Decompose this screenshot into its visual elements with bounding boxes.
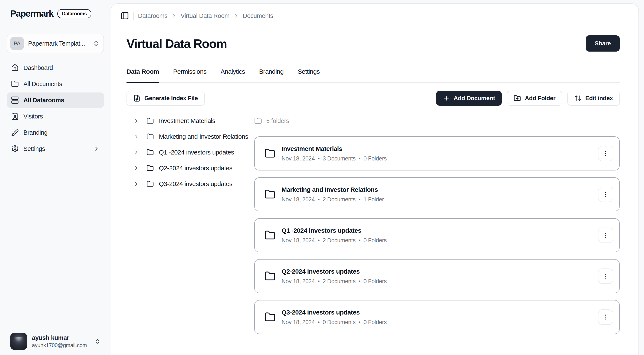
folder-card-q2-2024[interactable]: Q2-2024 investors updates Nov 18, 2024 •… bbox=[254, 259, 620, 293]
plus-icon bbox=[443, 95, 450, 102]
bullet-separator: • bbox=[318, 319, 320, 325]
folder-card-texts: Q2-2024 investors updates Nov 18, 2024 •… bbox=[282, 268, 598, 285]
team-selector[interactable]: PA Papermark Templat... bbox=[7, 34, 104, 53]
folder-card-list: Investment Materials Nov 18, 2024 • 3 Do… bbox=[254, 136, 620, 334]
folders-panel: 5 folders Investment Materials Nov 18, 2… bbox=[254, 113, 620, 334]
kebab-menu-icon bbox=[602, 232, 609, 239]
folder-documents-count: 2 Documents bbox=[323, 237, 356, 244]
folder-icon bbox=[11, 80, 19, 88]
sidebar-item-label: All Documents bbox=[24, 81, 62, 88]
chevron-right-icon bbox=[234, 13, 239, 19]
folder-card-menu-button[interactable] bbox=[598, 228, 613, 243]
edit-index-button[interactable]: Edit index bbox=[567, 91, 620, 106]
breadcrumb-item-datarooms[interactable]: Datarooms bbox=[138, 12, 168, 20]
sidebar-item-all-datarooms[interactable]: All Datarooms bbox=[7, 93, 104, 108]
folder-folders-count: 0 Folders bbox=[364, 237, 387, 244]
folder-card-meta: Nov 18, 2024 • 2 Documents • 0 Folders bbox=[282, 278, 598, 285]
kebab-menu-icon bbox=[602, 150, 609, 157]
content-grid: Investment Materials Marketing and Inves… bbox=[126, 113, 620, 334]
chevron-right-icon[interactable] bbox=[133, 181, 139, 187]
tab-analytics[interactable]: Analytics bbox=[221, 67, 245, 83]
page-header: Virtual Data Room Share bbox=[126, 35, 620, 52]
kebab-menu-icon bbox=[602, 191, 609, 198]
bullet-separator: • bbox=[318, 196, 320, 203]
folder-card-title[interactable]: Marketing and Investor Relations bbox=[282, 186, 598, 193]
server-icon bbox=[11, 96, 19, 104]
chevron-right-icon[interactable] bbox=[133, 118, 139, 124]
add-folder-button[interactable]: Add Folder bbox=[507, 91, 562, 106]
folder-documents-count: 2 Documents bbox=[323, 196, 356, 203]
folder-card-meta: Nov 18, 2024 • 0 Documents • 0 Folders bbox=[282, 319, 598, 325]
bullet-separator: • bbox=[318, 237, 320, 244]
breadcrumb-item-virtual-data-room[interactable]: Virtual Data Room bbox=[180, 12, 230, 20]
bullet-separator: • bbox=[318, 278, 320, 285]
folder-card-title[interactable]: Q2-2024 investors updates bbox=[282, 268, 598, 275]
folder-icon bbox=[264, 311, 276, 323]
sidebar-item-settings[interactable]: Settings bbox=[7, 141, 104, 156]
bullet-separator: • bbox=[359, 319, 360, 325]
add-document-label: Add Document bbox=[454, 95, 495, 102]
folder-date: Nov 18, 2024 bbox=[282, 237, 315, 244]
sidebar-item-dashboard[interactable]: Dashboard bbox=[7, 60, 104, 76]
chevron-right-icon[interactable] bbox=[133, 134, 139, 140]
tab-permissions[interactable]: Permissions bbox=[173, 67, 206, 83]
breadcrumb: Datarooms Virtual Data Room Documents bbox=[138, 12, 273, 20]
sidebar-item-all-documents[interactable]: All Documents bbox=[7, 76, 104, 92]
sidebar-item-label: Dashboard bbox=[24, 64, 53, 71]
tree-item-label: Q2-2024 investors updates bbox=[159, 165, 232, 172]
arrow-up-down-icon bbox=[574, 95, 582, 102]
tab-data-room[interactable]: Data Room bbox=[126, 67, 159, 83]
tree-item-marketing-investor-relations[interactable]: Marketing and Investor Relations bbox=[126, 129, 254, 144]
folder-card-menu-button[interactable] bbox=[598, 187, 613, 202]
folder-card-marketing-investor-relations[interactable]: Marketing and Investor Relations Nov 18,… bbox=[254, 177, 620, 211]
breadcrumb-item-documents: Documents bbox=[243, 12, 273, 20]
folder-card-investment-materials[interactable]: Investment Materials Nov 18, 2024 • 3 Do… bbox=[254, 136, 620, 170]
team-avatar: PA bbox=[10, 37, 24, 50]
chevrons-up-down-icon bbox=[94, 338, 100, 344]
folder-card-q3-2024[interactable]: Q3-2024 investors updates Nov 18, 2024 •… bbox=[254, 300, 620, 334]
datarooms-badge: Datarooms bbox=[57, 9, 92, 18]
folder-card-menu-button[interactable] bbox=[598, 268, 613, 284]
user-menu[interactable]: ayush kumar ayuhk1700@gmail.com bbox=[7, 333, 104, 350]
tree-item-label: Marketing and Investor Relations bbox=[159, 133, 248, 140]
folder-card-menu-button[interactable] bbox=[598, 309, 613, 325]
folder-card-title[interactable]: Q1 -2024 investors updates bbox=[282, 227, 598, 234]
folder-documents-count: 2 Documents bbox=[323, 278, 356, 285]
folder-card-menu-button[interactable] bbox=[598, 146, 613, 161]
content: Virtual Data Room Share Data Room Permis… bbox=[111, 35, 638, 334]
add-document-button[interactable]: Add Document bbox=[436, 91, 502, 106]
contact-icon bbox=[11, 113, 19, 120]
tree-item-q3-2024[interactable]: Q3-2024 investors updates bbox=[126, 176, 254, 192]
folder-card-meta: Nov 18, 2024 • 3 Documents • 0 Folders bbox=[282, 155, 598, 162]
tree-item-q2-2024[interactable]: Q2-2024 investors updates bbox=[126, 160, 254, 176]
folder-card-title[interactable]: Q3-2024 investors updates bbox=[282, 309, 598, 316]
chevron-right-icon[interactable] bbox=[133, 149, 139, 155]
bullet-separator: • bbox=[359, 237, 360, 244]
sidebar-item-branding[interactable]: Branding bbox=[7, 125, 104, 140]
sidebar-toggle-icon[interactable] bbox=[120, 12, 129, 20]
folder-card-title[interactable]: Investment Materials bbox=[282, 145, 598, 152]
toolbar: Generate Index File Add Document Add Fol… bbox=[126, 91, 620, 106]
sidebar-item-visitors[interactable]: Visitors bbox=[7, 109, 104, 124]
tree-item-investment-materials[interactable]: Investment Materials bbox=[126, 113, 254, 129]
folder-tree: Investment Materials Marketing and Inves… bbox=[126, 113, 254, 334]
folder-icon bbox=[146, 165, 154, 172]
folder-card-meta: Nov 18, 2024 • 2 Documents • 1 Folder bbox=[282, 196, 598, 203]
generate-index-file-button[interactable]: Generate Index File bbox=[126, 91, 205, 106]
share-button[interactable]: Share bbox=[586, 35, 620, 52]
sidebar-nav: Dashboard All Documents All Datarooms Vi… bbox=[7, 60, 104, 156]
folder-card-q1-2024[interactable]: Q1 -2024 investors updates Nov 18, 2024 … bbox=[254, 218, 620, 252]
folder-icon bbox=[264, 271, 276, 282]
folder-icon bbox=[264, 148, 276, 159]
tab-settings[interactable]: Settings bbox=[298, 67, 320, 83]
tree-item-q1-2024[interactable]: Q1 -2024 investors updates bbox=[126, 144, 254, 160]
user-name: ayush kumar bbox=[32, 334, 90, 341]
tab-branding[interactable]: Branding bbox=[259, 67, 284, 83]
folder-date: Nov 18, 2024 bbox=[282, 319, 315, 325]
chevron-right-icon[interactable] bbox=[133, 165, 139, 171]
brand-header: Papermark Datarooms bbox=[7, 9, 104, 19]
folder-icon bbox=[146, 149, 154, 156]
bullet-separator: • bbox=[359, 278, 360, 285]
bullet-separator: • bbox=[359, 155, 360, 162]
chevron-right-icon bbox=[93, 146, 100, 152]
